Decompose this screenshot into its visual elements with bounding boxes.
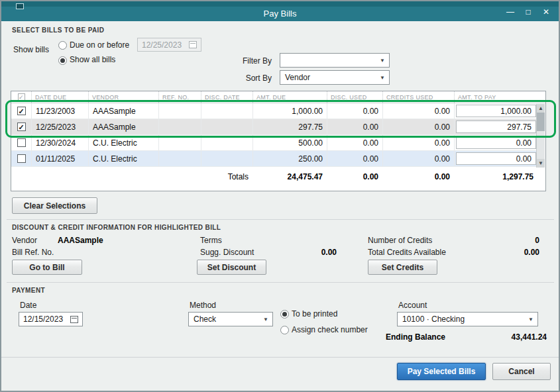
table-row[interactable]: ✓ 11/23/2003 AAASample 1,000.00 0.00 0.0… [11,103,537,119]
row-checkbox[interactable] [17,154,26,163]
terms-label: Terms [200,236,222,245]
close-icon[interactable]: ✕ [541,7,551,17]
row-checkbox[interactable]: ✓ [17,122,26,131]
header-ref-no[interactable]: REF. NO. [158,91,201,103]
total-amt-due: 24,475.47 [252,172,327,181]
set-credits-button[interactable]: Set Credits [368,260,437,275]
header-credits-used[interactable]: CREDITS USED [382,91,454,103]
payment-date-value: 12/15/2023 [23,315,63,324]
amt-to-pay-input[interactable]: 0.00 [456,152,536,165]
due-on-or-before-radio[interactable] [58,41,67,50]
total-credits-available-label: Total Credits Available [368,248,446,257]
cell-date-due: 01/11/2025 [31,151,88,166]
header-amt-due[interactable]: AMT. DUE [252,91,327,103]
payment-account-dropdown[interactable]: 10100 · Checking ▼ [397,312,538,326]
cell-ref-no [158,151,201,166]
cancel-button[interactable]: Cancel [492,363,551,380]
cell-ref-no [158,119,201,134]
cell-vendor: AAASample [88,103,158,119]
payment-method-dropdown[interactable]: Check ▼ [188,312,273,326]
pay-selected-bills-button[interactable]: Pay Selected Bills [397,363,486,380]
cell-date-due: 12/25/2023 [31,119,88,134]
due-date-value: 12/25/2023 [142,40,182,50]
filter-by-dropdown[interactable]: ▼ [280,53,390,68]
go-to-bill-button[interactable]: Go to Bill [12,260,82,275]
chevron-down-icon: ▼ [380,75,385,81]
to-be-printed-radio[interactable] [280,310,289,318]
select-bills-section-title: SELECT BILLS TO BE PAID [12,26,104,34]
sort-by-dropdown[interactable]: Vendor ▼ [280,70,390,85]
assign-check-number-label[interactable]: Assign check number [292,325,368,334]
cell-vendor: AAASample [88,119,158,134]
total-disc-used: 0.00 [327,172,382,181]
scroll-down-icon[interactable]: ▼ [537,159,545,168]
amt-to-pay-input[interactable]: 297.75 [456,121,536,133]
cell-amt-to-pay: 1,000.00 [454,103,537,119]
ending-balance-value: 43,441.24 [476,332,547,342]
sugg-discount-label: Sugg. Discount [200,248,254,257]
table-row[interactable]: ✓ 12/25/2023 AAASample 297.75 0.00 0.00 … [11,119,537,135]
row-checkbox[interactable]: ✓ [17,107,26,115]
header-disc-date[interactable]: DISC. DATE [201,91,252,103]
payment-method-label: Method [190,301,216,310]
payment-method-value: Check [194,315,216,324]
cell-ref-no [158,103,201,119]
scrollbar-thumb[interactable] [537,113,545,131]
row-checkbox-cell: ✓ [11,119,31,134]
amt-to-pay-input[interactable]: 0.00 [456,136,536,149]
due-on-or-before-label[interactable]: Due on or before [70,40,129,50]
to-be-printed-label[interactable]: To be printed [292,309,337,318]
cell-vendor: C.U. Electric [88,151,158,166]
row-checkbox[interactable] [17,138,26,147]
vertical-scrollbar[interactable]: ▲ ▼ [536,104,545,168]
calendar-icon[interactable] [70,316,78,323]
header-date-due[interactable]: DATE DUE [31,91,88,103]
divider [7,219,554,220]
scroll-up-icon[interactable]: ▲ [537,104,545,113]
select-all-header-cell[interactable]: ✓ [11,91,31,103]
cell-credits-used: 0.00 [382,151,454,166]
cell-amt-due: 500.00 [252,135,327,150]
cell-disc-used: 0.00 [327,119,382,134]
header-disc-used[interactable]: DISC. USED [327,91,382,103]
show-all-bills-label[interactable]: Show all bills [70,55,115,64]
table-row[interactable]: 01/11/2025 C.U. Electric 250.00 0.00 0.0… [11,151,537,167]
cell-disc-used: 0.00 [327,103,382,119]
cell-amt-due: 297.75 [252,119,327,134]
show-all-bills-radio[interactable] [58,56,67,65]
header-vendor[interactable]: VENDOR [88,91,158,103]
cell-credits-used: 0.00 [382,135,454,150]
cell-amt-due: 1,000.00 [252,103,327,119]
sort-by-value: Vendor [285,73,310,82]
cell-disc-date [201,151,252,166]
payment-account-value: 10100 · Checking [402,315,465,324]
divider [1,357,559,358]
chevron-down-icon: ▼ [380,58,385,64]
payment-account-label: Account [398,301,427,310]
bill-ref-no-label: Bill Ref. No. [12,248,54,257]
row-checkbox-cell: ✓ [11,103,31,119]
title-bar: Pay Bills — □ ✕ [1,1,559,21]
cell-credits-used: 0.00 [382,103,454,119]
payment-date-field[interactable]: 12/15/2023 [19,312,83,326]
totals-label: Totals [158,172,252,181]
minimize-icon[interactable]: — [506,7,515,17]
maximize-icon[interactable]: □ [524,7,533,17]
number-of-credits-label: Number of Credits [368,236,432,245]
table-row[interactable]: 12/30/2024 C.U. Electric 500.00 0.00 0.0… [11,135,537,151]
header-amt-to-pay[interactable]: AMT. TO PAY [454,91,545,103]
chevron-down-icon: ▼ [263,317,268,322]
vendor-label: Vendor [12,236,37,245]
row-checkbox-cell [11,135,31,150]
amt-to-pay-input[interactable]: 1,000.00 [456,105,536,117]
cell-date-due: 12/30/2024 [31,135,88,150]
clear-selections-button[interactable]: Clear Selections [12,197,97,214]
checkmark-icon: ✓ [18,93,25,101]
assign-check-number-radio[interactable] [280,326,289,334]
divider [7,282,554,283]
total-amt-to-pay: 1,297.75 [454,172,537,181]
cell-amt-to-pay: 0.00 [454,151,537,166]
cell-amt-due: 250.00 [252,151,327,166]
cell-disc-date [201,103,252,119]
set-discount-button[interactable]: Set Discount [197,260,266,275]
